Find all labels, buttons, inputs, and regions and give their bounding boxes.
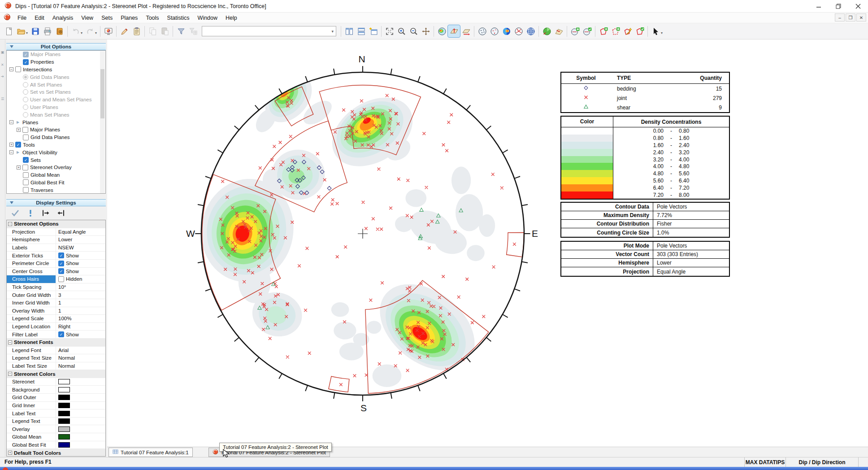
checkbox-icon[interactable]	[23, 187, 29, 193]
tree-item-all-set-planes[interactable]: All Set Planes	[7, 81, 105, 88]
tree-expander-icon[interactable]: −	[9, 120, 13, 124]
copy-button[interactable]	[147, 25, 159, 37]
status-pane-orientation[interactable]: Dip / Dip Direction	[786, 457, 858, 467]
pole-plot-button[interactable]	[476, 25, 488, 37]
grid-section-stereonet-fonts[interactable]: −Stereonet Fonts	[7, 339, 105, 347]
tree-expander-icon[interactable]: −	[9, 67, 13, 71]
set-wizard-button[interactable]	[621, 25, 634, 37]
tree-item-intersections[interactable]: −Intersections	[7, 66, 105, 74]
radio-icon[interactable]	[23, 89, 28, 95]
prop-row-legend-text[interactable]: Legend Text	[7, 418, 105, 426]
section-expander-icon[interactable]: −	[8, 340, 12, 344]
edit-pen-button[interactable]	[118, 25, 130, 37]
tree-item-stereonet-overlay[interactable]: +Stereonet Overlay	[7, 164, 105, 171]
prop-row-labels[interactable]: LabelsNSEW	[7, 244, 105, 252]
prop-row-legend-scale[interactable]: Legend Scale100%	[7, 315, 105, 323]
section-expander-icon[interactable]: −	[8, 372, 12, 376]
edit-planes-button[interactable]	[581, 25, 593, 37]
scatter-plot-button[interactable]	[488, 25, 500, 37]
print-button[interactable]	[41, 25, 53, 37]
add-set-freehand-button[interactable]	[609, 25, 621, 37]
prop-value[interactable]: 1	[58, 308, 61, 313]
radio-icon[interactable]	[23, 104, 28, 110]
grid-section-stereonet-colors[interactable]: −Stereonet Colors	[7, 370, 105, 378]
prop-row-filter-label[interactable]: Filter Label✓Show	[7, 331, 105, 339]
prop-value[interactable]: Normal	[58, 355, 75, 361]
tree-item-mean-set-planes[interactable]: Mean Set Planes	[7, 111, 105, 118]
prop-value[interactable]: 10°	[58, 284, 66, 290]
checkbox-icon[interactable]: ✓	[23, 52, 29, 57]
prop-row-cross-hairs[interactable]: Cross HairsHidden	[7, 275, 105, 283]
tree-expander-icon[interactable]: −	[9, 150, 13, 154]
menu-planes[interactable]: Planes	[117, 13, 142, 22]
stereonet-3d-button[interactable]	[525, 25, 537, 37]
prop-row-grid-inner[interactable]: Grid Inner	[7, 402, 105, 410]
tree-expander-icon[interactable]: +	[17, 128, 21, 132]
tree-item-user-planes[interactable]: User Planes	[7, 104, 105, 111]
tree-expander-icon[interactable]: +	[9, 143, 13, 147]
prop-value[interactable]: NSEW	[58, 245, 74, 250]
section-expander-icon[interactable]: −	[8, 222, 12, 226]
radio-icon[interactable]	[23, 82, 28, 87]
plane-tool-button[interactable]	[448, 25, 460, 37]
prop-value[interactable]: 1	[58, 300, 61, 305]
stereonet-canvas[interactable]: NSWE	[107, 39, 868, 447]
prop-row-outer-grid-width[interactable]: Outer Grid Width3	[7, 291, 105, 299]
set-window-south-box[interactable]	[329, 376, 349, 392]
prop-row-global-best-fit[interactable]: Global Best Fit	[7, 441, 105, 449]
zoom-extents-button[interactable]	[383, 25, 395, 37]
color-swatch[interactable]	[58, 411, 70, 416]
tree-item-sets[interactable]: ✓Sets	[7, 156, 105, 164]
checkbox-icon[interactable]	[22, 127, 28, 133]
prop-row-projection[interactable]: ProjectionEqual Angle	[7, 228, 105, 236]
color-swatch[interactable]	[58, 426, 70, 432]
screen-capture-button[interactable]	[102, 25, 114, 37]
prop-row-perimeter-circle[interactable]: Perimeter Circle✓Show	[7, 260, 105, 268]
stereonet-plot[interactable]: NSWE	[107, 39, 868, 447]
prop-value[interactable]: Lower	[58, 237, 72, 242]
tab-tutorial-07-feature-analysis-1[interactable]: Tutorial 07 Feature Analysis:1	[108, 448, 193, 457]
plot-options-header[interactable]: Plot Options	[6, 43, 106, 50]
mdi-minimize-button[interactable]: –	[835, 13, 845, 22]
tree-item-major-planes[interactable]: +Major Planes	[7, 126, 105, 134]
color-swatch[interactable]	[58, 434, 70, 440]
pan-button[interactable]	[420, 25, 432, 37]
open-file-button[interactable]	[15, 25, 27, 37]
checkbox-icon[interactable]	[22, 165, 28, 170]
select-arrow-button[interactable]	[650, 25, 662, 37]
grid-section-default-tool-colors[interactable]: +Default Tool Colors	[7, 449, 105, 457]
alert-exclaim-button[interactable]	[25, 208, 36, 218]
clipboard-report-button[interactable]	[130, 25, 143, 37]
checkbox-icon[interactable]: ✓	[23, 59, 29, 65]
checkbox-icon[interactable]: ✓	[58, 268, 64, 274]
prop-value[interactable]: Equal Angle	[58, 229, 86, 235]
prop-row-legend-text-size[interactable]: Legend Text SizeNormal	[7, 354, 105, 362]
edit-sets-button[interactable]	[634, 25, 646, 37]
prop-row-overlay[interactable]: Overlay	[7, 425, 105, 433]
menu-tools[interactable]: Tools	[142, 13, 163, 22]
tree-item-grid-data-planes[interactable]: Grid Data Planes	[7, 73, 105, 81]
checkbox-icon[interactable]	[15, 66, 21, 72]
prop-row-background[interactable]: Background	[7, 386, 105, 394]
section-expander-icon[interactable]: +	[8, 451, 12, 455]
tree-scrollbar[interactable]	[100, 51, 105, 194]
mdi-close-button[interactable]: ✕	[856, 13, 866, 22]
prop-row-global-mean[interactable]: Global Mean	[7, 433, 105, 441]
mdi-restore-button[interactable]: ❐	[846, 13, 855, 22]
display-settings-header[interactable]: Display Settings	[6, 199, 106, 206]
menu-analysis[interactable]: Analysis	[48, 13, 78, 22]
prop-value[interactable]: 3	[58, 292, 61, 298]
checkbox-icon[interactable]	[23, 135, 29, 140]
color-swatch[interactable]	[58, 395, 70, 400]
checkbox-icon[interactable]	[23, 172, 29, 178]
filter-combo-box[interactable]: ▾	[202, 26, 336, 36]
tree-item-grid-data-planes[interactable]: Grid Data Planes	[7, 134, 105, 141]
menu-statistics[interactable]: Statistics	[163, 13, 194, 22]
checkbox-icon[interactable]	[58, 276, 64, 282]
prop-row-legend-font[interactable]: Legend FontArial	[7, 347, 105, 355]
tree-item-object-visibility[interactable]: −▶Object Visibility	[7, 148, 105, 156]
color-swatch[interactable]	[58, 379, 70, 384]
radio-icon[interactable]	[23, 97, 28, 102]
tile-vertical-button[interactable]	[343, 25, 355, 37]
export-settings-button[interactable]	[40, 208, 51, 218]
